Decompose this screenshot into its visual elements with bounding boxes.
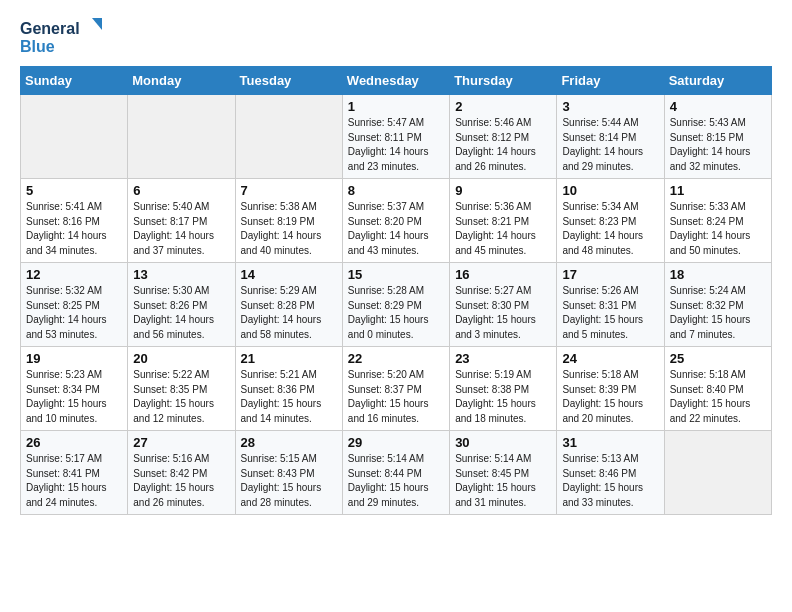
col-header-tuesday: Tuesday (235, 67, 342, 95)
day-cell: 28Sunrise: 5:15 AM Sunset: 8:43 PM Dayli… (235, 431, 342, 515)
col-header-thursday: Thursday (450, 67, 557, 95)
day-cell: 14Sunrise: 5:29 AM Sunset: 8:28 PM Dayli… (235, 263, 342, 347)
day-number: 7 (241, 183, 337, 198)
day-number: 29 (348, 435, 444, 450)
day-cell (21, 95, 128, 179)
day-info: Sunrise: 5:32 AM Sunset: 8:25 PM Dayligh… (26, 284, 122, 342)
week-row-2: 5Sunrise: 5:41 AM Sunset: 8:16 PM Daylig… (21, 179, 772, 263)
day-info: Sunrise: 5:22 AM Sunset: 8:35 PM Dayligh… (133, 368, 229, 426)
day-info: Sunrise: 5:14 AM Sunset: 8:44 PM Dayligh… (348, 452, 444, 510)
logo: General Blue (20, 16, 110, 58)
day-number: 11 (670, 183, 766, 198)
logo-svg: General Blue (20, 16, 110, 58)
day-cell: 8Sunrise: 5:37 AM Sunset: 8:20 PM Daylig… (342, 179, 449, 263)
day-number: 25 (670, 351, 766, 366)
col-header-friday: Friday (557, 67, 664, 95)
day-cell: 6Sunrise: 5:40 AM Sunset: 8:17 PM Daylig… (128, 179, 235, 263)
day-number: 24 (562, 351, 658, 366)
day-number: 19 (26, 351, 122, 366)
week-row-3: 12Sunrise: 5:32 AM Sunset: 8:25 PM Dayli… (21, 263, 772, 347)
day-cell: 2Sunrise: 5:46 AM Sunset: 8:12 PM Daylig… (450, 95, 557, 179)
col-header-wednesday: Wednesday (342, 67, 449, 95)
day-info: Sunrise: 5:36 AM Sunset: 8:21 PM Dayligh… (455, 200, 551, 258)
day-info: Sunrise: 5:20 AM Sunset: 8:37 PM Dayligh… (348, 368, 444, 426)
day-cell: 9Sunrise: 5:36 AM Sunset: 8:21 PM Daylig… (450, 179, 557, 263)
day-info: Sunrise: 5:38 AM Sunset: 8:19 PM Dayligh… (241, 200, 337, 258)
day-info: Sunrise: 5:26 AM Sunset: 8:31 PM Dayligh… (562, 284, 658, 342)
day-cell: 25Sunrise: 5:18 AM Sunset: 8:40 PM Dayli… (664, 347, 771, 431)
day-info: Sunrise: 5:41 AM Sunset: 8:16 PM Dayligh… (26, 200, 122, 258)
svg-text:General: General (20, 20, 80, 37)
day-number: 15 (348, 267, 444, 282)
day-info: Sunrise: 5:37 AM Sunset: 8:20 PM Dayligh… (348, 200, 444, 258)
day-cell (128, 95, 235, 179)
day-cell: 22Sunrise: 5:20 AM Sunset: 8:37 PM Dayli… (342, 347, 449, 431)
day-info: Sunrise: 5:47 AM Sunset: 8:11 PM Dayligh… (348, 116, 444, 174)
day-cell: 21Sunrise: 5:21 AM Sunset: 8:36 PM Dayli… (235, 347, 342, 431)
day-number: 6 (133, 183, 229, 198)
day-info: Sunrise: 5:15 AM Sunset: 8:43 PM Dayligh… (241, 452, 337, 510)
day-info: Sunrise: 5:28 AM Sunset: 8:29 PM Dayligh… (348, 284, 444, 342)
day-number: 14 (241, 267, 337, 282)
day-cell: 5Sunrise: 5:41 AM Sunset: 8:16 PM Daylig… (21, 179, 128, 263)
day-info: Sunrise: 5:23 AM Sunset: 8:34 PM Dayligh… (26, 368, 122, 426)
day-cell: 26Sunrise: 5:17 AM Sunset: 8:41 PM Dayli… (21, 431, 128, 515)
day-info: Sunrise: 5:21 AM Sunset: 8:36 PM Dayligh… (241, 368, 337, 426)
day-number: 30 (455, 435, 551, 450)
calendar-page: General Blue SundayMondayTuesdayWednesda… (0, 0, 792, 531)
day-number: 23 (455, 351, 551, 366)
day-cell: 1Sunrise: 5:47 AM Sunset: 8:11 PM Daylig… (342, 95, 449, 179)
col-header-sunday: Sunday (21, 67, 128, 95)
day-number: 12 (26, 267, 122, 282)
day-number: 21 (241, 351, 337, 366)
day-cell: 3Sunrise: 5:44 AM Sunset: 8:14 PM Daylig… (557, 95, 664, 179)
day-cell: 12Sunrise: 5:32 AM Sunset: 8:25 PM Dayli… (21, 263, 128, 347)
day-info: Sunrise: 5:17 AM Sunset: 8:41 PM Dayligh… (26, 452, 122, 510)
day-info: Sunrise: 5:44 AM Sunset: 8:14 PM Dayligh… (562, 116, 658, 174)
day-cell: 31Sunrise: 5:13 AM Sunset: 8:46 PM Dayli… (557, 431, 664, 515)
day-cell: 15Sunrise: 5:28 AM Sunset: 8:29 PM Dayli… (342, 263, 449, 347)
day-cell: 24Sunrise: 5:18 AM Sunset: 8:39 PM Dayli… (557, 347, 664, 431)
day-info: Sunrise: 5:13 AM Sunset: 8:46 PM Dayligh… (562, 452, 658, 510)
day-number: 18 (670, 267, 766, 282)
day-cell: 17Sunrise: 5:26 AM Sunset: 8:31 PM Dayli… (557, 263, 664, 347)
week-row-5: 26Sunrise: 5:17 AM Sunset: 8:41 PM Dayli… (21, 431, 772, 515)
day-cell: 10Sunrise: 5:34 AM Sunset: 8:23 PM Dayli… (557, 179, 664, 263)
col-header-saturday: Saturday (664, 67, 771, 95)
day-cell: 20Sunrise: 5:22 AM Sunset: 8:35 PM Dayli… (128, 347, 235, 431)
day-number: 3 (562, 99, 658, 114)
day-number: 9 (455, 183, 551, 198)
day-info: Sunrise: 5:24 AM Sunset: 8:32 PM Dayligh… (670, 284, 766, 342)
day-info: Sunrise: 5:16 AM Sunset: 8:42 PM Dayligh… (133, 452, 229, 510)
day-info: Sunrise: 5:30 AM Sunset: 8:26 PM Dayligh… (133, 284, 229, 342)
day-info: Sunrise: 5:18 AM Sunset: 8:39 PM Dayligh… (562, 368, 658, 426)
day-cell: 30Sunrise: 5:14 AM Sunset: 8:45 PM Dayli… (450, 431, 557, 515)
day-info: Sunrise: 5:27 AM Sunset: 8:30 PM Dayligh… (455, 284, 551, 342)
day-info: Sunrise: 5:29 AM Sunset: 8:28 PM Dayligh… (241, 284, 337, 342)
header: General Blue (20, 16, 772, 58)
day-number: 1 (348, 99, 444, 114)
day-cell: 29Sunrise: 5:14 AM Sunset: 8:44 PM Dayli… (342, 431, 449, 515)
svg-marker-2 (92, 18, 102, 30)
header-row: SundayMondayTuesdayWednesdayThursdayFrid… (21, 67, 772, 95)
day-number: 27 (133, 435, 229, 450)
day-number: 8 (348, 183, 444, 198)
day-number: 28 (241, 435, 337, 450)
day-number: 5 (26, 183, 122, 198)
week-row-1: 1Sunrise: 5:47 AM Sunset: 8:11 PM Daylig… (21, 95, 772, 179)
svg-text:Blue: Blue (20, 38, 55, 55)
day-cell: 11Sunrise: 5:33 AM Sunset: 8:24 PM Dayli… (664, 179, 771, 263)
day-info: Sunrise: 5:18 AM Sunset: 8:40 PM Dayligh… (670, 368, 766, 426)
day-number: 2 (455, 99, 551, 114)
day-cell (664, 431, 771, 515)
day-info: Sunrise: 5:46 AM Sunset: 8:12 PM Dayligh… (455, 116, 551, 174)
day-info: Sunrise: 5:19 AM Sunset: 8:38 PM Dayligh… (455, 368, 551, 426)
day-info: Sunrise: 5:14 AM Sunset: 8:45 PM Dayligh… (455, 452, 551, 510)
day-number: 31 (562, 435, 658, 450)
day-cell: 7Sunrise: 5:38 AM Sunset: 8:19 PM Daylig… (235, 179, 342, 263)
day-number: 26 (26, 435, 122, 450)
day-cell: 19Sunrise: 5:23 AM Sunset: 8:34 PM Dayli… (21, 347, 128, 431)
day-cell: 23Sunrise: 5:19 AM Sunset: 8:38 PM Dayli… (450, 347, 557, 431)
day-number: 13 (133, 267, 229, 282)
week-row-4: 19Sunrise: 5:23 AM Sunset: 8:34 PM Dayli… (21, 347, 772, 431)
